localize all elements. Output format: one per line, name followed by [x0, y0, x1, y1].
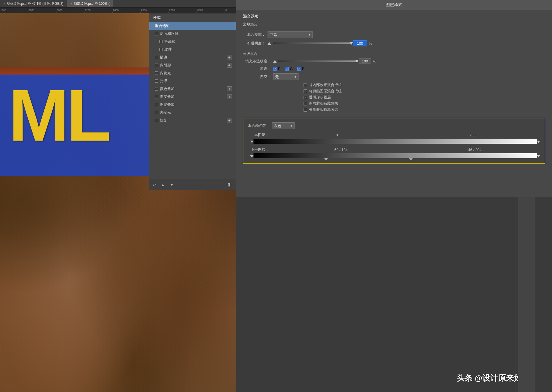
blend-color-title: 混合颜色带： — [248, 123, 270, 128]
svg-text:2200: 2200 — [85, 9, 91, 12]
pattern-overlay-item[interactable]: 图案叠加 — [149, 101, 236, 109]
knockout-select[interactable]: 无 — [273, 73, 298, 80]
drop-shadow-label: 投影 — [160, 118, 167, 123]
this-layer-left-val: 0 — [269, 133, 405, 137]
channel-r-checkbox[interactable]: ✓ — [273, 67, 277, 71]
fill-opacity-label: 填充不透明度： — [243, 59, 271, 64]
inner-glow-checkbox[interactable] — [155, 71, 158, 75]
knockout-label: 挖空： — [243, 74, 271, 79]
gradient-overlay-checkbox[interactable] — [155, 95, 158, 98]
next-layer-mid-left-handle[interactable] — [324, 158, 328, 161]
opacity-slider-track[interactable] — [273, 42, 351, 44]
move-up-button[interactable]: ▲ — [160, 182, 166, 188]
gradient-overlay-item[interactable]: 渐变叠加 + — [149, 93, 236, 101]
outer-glow-checkbox[interactable] — [155, 111, 158, 114]
delete-button[interactable]: 🗑 — [226, 182, 232, 188]
opacity-slider-handle[interactable] — [268, 42, 271, 45]
move-down-button[interactable]: ▼ — [169, 182, 175, 188]
bevel-emboss-label: 斜面和浮雕 — [160, 31, 178, 36]
tab-bar: × 整体纹理.psd @ 47.1% (纹理, RGB/8) × 局部纹理.ps… — [0, 0, 236, 8]
stroke-checkbox[interactable] — [155, 56, 158, 59]
opacity-input[interactable]: 100 — [353, 40, 367, 46]
internal-effects-checkbox[interactable] — [304, 83, 307, 87]
next-layer-right-handle[interactable] — [537, 155, 540, 157]
pattern-overlay-label: 图案叠加 — [160, 102, 175, 107]
channel-b-checkbox[interactable]: ✓ — [297, 67, 301, 71]
this-layer-right-handle[interactable] — [537, 141, 540, 143]
stroke-label: 描边 — [160, 55, 167, 60]
contour-label: 等高线 — [164, 39, 175, 44]
inner-shadow-checkbox[interactable] — [155, 64, 158, 67]
channel-g-label: G — [290, 67, 293, 71]
drop-shadow-item[interactable]: 投影 + — [149, 116, 236, 124]
tab-close-0[interactable]: × — [3, 2, 5, 5]
dialog-content: 混合选项 常规混合 混合模式： 正常 ▼ 不透明度： — [236, 10, 552, 116]
inner-glow-item[interactable]: 内发光 — [149, 69, 236, 77]
fill-opacity-handle[interactable] — [273, 60, 277, 63]
next-layer-mid-right-handle[interactable] — [409, 158, 413, 161]
color-overlay-item[interactable]: 颜色叠加 + — [149, 85, 236, 93]
opacity-label: 不透明度： — [243, 41, 265, 46]
blend-options-label: 混合选项 — [155, 23, 169, 28]
blend-color-select[interactable]: 灰色 — [272, 122, 295, 129]
texture-checkbox[interactable] — [159, 48, 163, 51]
blend-mode-select[interactable]: 正常 — [268, 31, 313, 38]
this-layer-left-handle[interactable] — [250, 141, 254, 143]
satin-label: 光泽 — [160, 78, 167, 84]
svg-text:2400: 2400 — [113, 9, 119, 12]
opacity-slider-right-handle[interactable] — [350, 42, 353, 45]
texture-item[interactable]: 纹理 — [149, 46, 236, 53]
color-overlay-checkbox[interactable] — [155, 87, 158, 91]
blend-mode-label: 混合模式： — [243, 32, 265, 37]
knockout-select-wrapper[interactable]: 无 ▼ — [273, 73, 298, 80]
transparent-shape-label: 透明形状图层 — [309, 95, 331, 100]
channel-b-group: ✓ B — [297, 67, 305, 71]
blend-options-item[interactable]: 混合选项 — [149, 22, 236, 30]
stroke-plus-btn[interactable]: + — [227, 55, 232, 60]
inner-glow-label: 内发光 — [160, 71, 171, 76]
tab-1[interactable]: × 局部纹理.psd @ 100% ( — [67, 0, 113, 7]
svg-text:1800: 1800 — [29, 9, 34, 12]
ruler-area: 1600 1800 2000 2200 2400 2600 2800 3000 … — [0, 8, 236, 13]
this-layer-label: 本图层： — [248, 132, 269, 138]
blend-color-select-wrapper[interactable]: 灰色 ▼ — [272, 122, 295, 129]
normal-blend-title: 常规混合 — [243, 22, 545, 29]
next-layer-left-handle[interactable] — [250, 155, 254, 157]
blend-mode-select-wrapper[interactable]: 正常 ▼ — [268, 31, 313, 38]
channel-g-checkbox[interactable]: ✓ — [285, 67, 289, 71]
channel-r-group: ✓ R — [273, 67, 280, 71]
tab-close-1[interactable]: × — [70, 2, 72, 5]
blend-options-section-title: 混合选项 — [243, 14, 545, 19]
drop-shadow-plus-btn[interactable]: + — [227, 118, 232, 123]
satin-item[interactable]: 光泽 — [149, 77, 236, 85]
opacity-percent: % — [369, 41, 372, 46]
drop-shadow-checkbox[interactable] — [155, 119, 158, 122]
tab-label-0: 整体纹理.psd @ 47.1% (纹理, RGB/8) — [7, 1, 64, 6]
inner-shadow-item[interactable]: 内阴影 + — [149, 61, 236, 69]
this-layer-gradient-bar — [254, 139, 537, 144]
inner-shadow-plus-btn[interactable]: + — [227, 63, 232, 68]
outer-glow-item[interactable]: 外发光 — [149, 109, 236, 116]
blend-mode-row: 混合模式： 正常 ▼ — [243, 31, 545, 38]
tab-0[interactable]: × 整体纹理.psd @ 47.1% (纹理, RGB/8) — [0, 0, 67, 7]
svg-text:2600: 2600 — [141, 9, 147, 12]
pattern-overlay-checkbox[interactable] — [155, 103, 158, 106]
bevel-emboss-item[interactable]: 斜面和浮雕 — [149, 30, 236, 38]
stroke-item[interactable]: 描边 + — [149, 53, 236, 61]
fill-opacity-track[interactable] — [278, 60, 357, 62]
bevel-emboss-checkbox[interactable] — [155, 32, 158, 35]
color-overlay-plus-btn[interactable]: + — [227, 86, 232, 91]
fx-label: fx — [153, 182, 157, 187]
transparent-shape-checkbox[interactable]: ✓ — [304, 96, 307, 99]
gradient-overlay-plus-btn[interactable]: + — [227, 94, 232, 99]
satin-checkbox[interactable] — [155, 79, 158, 83]
next-layer-row: 下一图层： 59 / 134 146 / 204 — [248, 147, 540, 152]
check-row-3: ✓ 透明形状图层 — [304, 95, 545, 100]
contour-checkbox[interactable] — [159, 40, 163, 43]
layer-mask-checkbox[interactable] — [304, 102, 307, 105]
tab-label-1: 局部纹理.psd @ 100% ( — [74, 1, 110, 6]
fill-opacity-right-handle[interactable] — [355, 60, 359, 63]
clip-layers-checkbox[interactable]: ✓ — [304, 89, 307, 93]
vector-mask-checkbox[interactable] — [304, 108, 307, 112]
contour-item[interactable]: 等高线 — [149, 38, 236, 46]
